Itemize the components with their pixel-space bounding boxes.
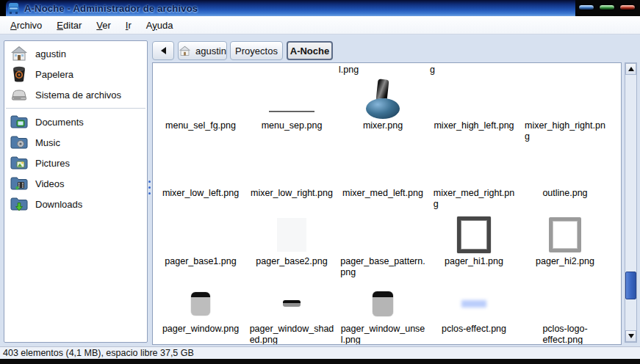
file-thumbnail [337,78,428,120]
sidebar-item-label: Documents [35,117,84,128]
status-text: 403 elementos (4,1 MB), espacio libre 37… [3,348,194,358]
file-item[interactable]: mixer_low_left.png [155,145,246,199]
arrow-down-icon [628,334,634,338]
file-thumbnail [246,145,337,188]
file-item[interactable]: pager_hi1.png [428,214,519,267]
vertical-scrollbar[interactable] [625,62,637,343]
home-icon [179,46,191,57]
file-item[interactable]: menu_sel_fg.png [155,78,246,131]
menu-bar: Archivo Editar Ver Ir Ayuda [0,16,640,34]
sidebar-item-label: agustin [35,48,66,59]
folder-music-icon [10,134,28,151]
file-item[interactable]: pager_base2.png [246,214,337,267]
file-item[interactable]: pager_base_pattern.png [337,214,428,278]
file-item[interactable]: mixer_med_left.png [337,145,428,199]
sidebar-item-trash[interactable]: Papelera [4,64,147,84]
sidebar-item-documents[interactable]: Documents [4,112,147,132]
file-thumbnail [155,78,246,120]
sidebar-item-label: Pictures [35,158,70,169]
pane-splitter-handle[interactable] [148,181,151,201]
trash-icon [10,65,28,83]
sidebar-item-label: Sistema de archivos [35,90,121,101]
minimize-button[interactable] [578,4,594,10]
close-button[interactable] [619,4,636,10]
app-icon [7,2,20,15]
menu-editar[interactable]: Editar [49,18,89,33]
menu-ayuda[interactable]: Ayuda [139,18,181,33]
sidebar-item-music[interactable]: Music [4,132,147,153]
file-item[interactable]: pager_window.png [155,283,246,335]
back-button[interactable] [152,41,174,60]
scrollbar-thumb[interactable] [625,272,636,299]
path-button-label: Proyectos [235,46,278,57]
window-title: A-Noche - Administrador de archivos [24,3,198,14]
sidebar-item-home[interactable]: agustin [4,43,147,64]
folder-documents-icon [10,113,28,131]
scroll-up-button[interactable] [625,63,636,75]
file-thumbnail [246,214,337,256]
sidebar-item-pictures[interactable]: Pictures [4,153,147,173]
partial-file-label: g [430,65,435,75]
sidebar-item-label: Papelera [35,69,73,80]
sidebar-item-videos[interactable]: Videos [4,173,147,194]
maximize-button[interactable] [599,4,615,10]
title-bar: A-Noche - Administrador de archivos [0,0,640,16]
sidebar-separator [6,108,145,109]
path-button-label: A-Noche [290,46,329,57]
file-item[interactable]: pclos-effect.png [428,283,519,335]
file-item[interactable]: menu_sep.png [246,78,337,131]
status-bar: 403 elementos (4,1 MB), espacio libre 37… [0,346,640,359]
menu-ir[interactable]: Ir [118,18,139,33]
file-thumbnail [519,214,611,256]
window-buttons [575,0,640,16]
places-sidebar: agustin Papelera Sistema de archivos Doc… [4,40,148,343]
file-item[interactable]: pclos-logo-effect.png [519,283,611,345]
file-thumbnail [428,145,519,188]
path-button-a-noche[interactable]: A-Noche [287,41,333,60]
file-thumbnail [428,78,519,120]
file-thumbnail [519,78,611,120]
path-button-home[interactable]: agustin [178,41,227,60]
partial-file-label: l.png [339,65,359,75]
folder-videos-icon [10,175,28,192]
file-thumbnail [428,214,519,256]
file-item[interactable]: outline.png [519,145,611,199]
sidebar-item-label: Downloads [35,199,82,210]
file-item[interactable]: pager_window_shaded.png [246,283,337,345]
file-item[interactable]: mixer_med_right.png [428,145,519,210]
menu-archivo[interactable]: Archivo [3,18,49,33]
file-item[interactable]: mixer_high_left.png [428,78,519,131]
file-list-panel[interactable]: l.png g menu_sel_fg.png menu_sep.png mix… [152,62,622,345]
menu-ver[interactable]: Ver [89,18,118,33]
file-thumbnail [519,283,611,324]
desktop-edge [0,359,640,364]
file-thumbnail [337,214,428,256]
file-item[interactable]: pager_hi2.png [519,214,611,267]
scroll-down-button[interactable] [625,330,636,342]
sidebar-item-label: Videos [35,178,65,189]
path-button-label: agustin [195,46,226,57]
sidebar-item-downloads[interactable]: Downloads [4,194,147,214]
file-item[interactable]: pager_base1.png [155,214,246,267]
file-thumbnail [519,145,611,188]
home-icon [10,45,28,62]
folder-downloads-icon [10,195,28,213]
file-thumbnail [337,283,428,324]
file-item[interactable]: mixer_high_right.png [519,78,611,142]
file-thumbnail [155,283,246,324]
folder-pictures-icon [10,154,28,172]
file-item[interactable]: mixer.png [337,78,428,131]
file-thumbnail [428,283,519,324]
sidebar-item-filesystem[interactable]: Sistema de archivos [4,84,147,105]
file-thumbnail [155,145,246,188]
file-item[interactable]: pager_window_unsel.png [337,283,428,345]
file-thumbnail [246,283,337,324]
drive-icon [10,86,28,103]
file-item[interactable]: mixer_low_right.png [246,145,337,199]
file-thumbnail [155,214,246,256]
file-thumbnail [337,145,428,188]
sidebar-item-label: Music [35,137,60,148]
file-manager-window: A-Noche - Administrador de archivos Arch… [0,0,640,364]
path-button-proyectos[interactable]: Proyectos [230,41,283,60]
back-icon [161,47,166,54]
